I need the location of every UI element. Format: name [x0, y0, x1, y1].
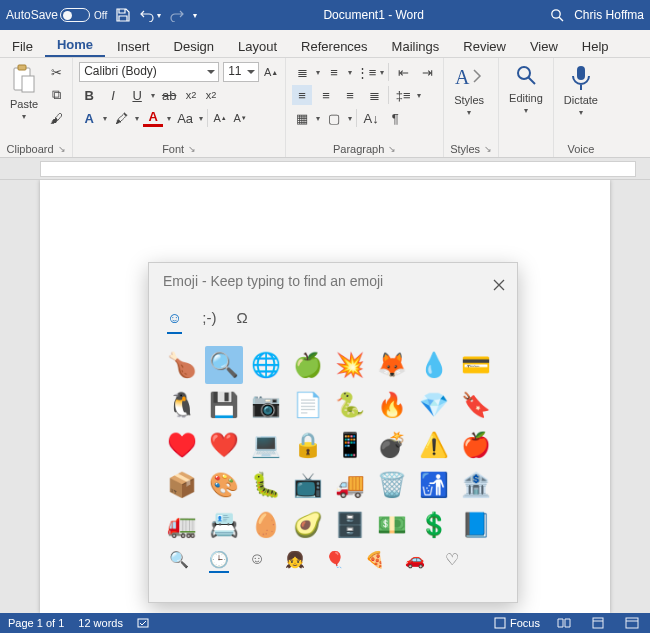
emoji-tab-emoji[interactable]: ☺	[167, 309, 182, 334]
emoji-red-heart[interactable]: ❤️	[205, 426, 243, 464]
emoji-egg[interactable]: 🥚	[247, 506, 285, 544]
status-words[interactable]: 12 words	[78, 617, 123, 629]
emoji-category-search[interactable]: 🔍	[169, 548, 189, 573]
emoji-category-people[interactable]: 👧	[285, 548, 305, 573]
emoji-delivery-truck[interactable]: 🚚	[331, 466, 369, 504]
focus-mode-button[interactable]: Focus	[494, 617, 540, 629]
emoji-floppy-disk[interactable]: 💾	[205, 386, 243, 424]
borders-icon[interactable]: ▢	[324, 108, 344, 128]
font-size-combo[interactable]: 11	[223, 62, 259, 82]
emoji-green-apple[interactable]: 🍏	[289, 346, 327, 384]
emoji-fire[interactable]: 🔥	[373, 386, 411, 424]
copy-icon[interactable]: ⧉	[46, 85, 66, 105]
format-painter-icon[interactable]: 🖌	[46, 108, 66, 128]
status-page[interactable]: Page 1 of 1	[8, 617, 64, 629]
bold-icon[interactable]: B	[79, 85, 99, 105]
emoji-file-cabinet[interactable]: 🗄️	[331, 506, 369, 544]
paragraph-marks-icon[interactable]: ¶	[385, 108, 405, 128]
dialog-launcher-icon[interactable]: ↘	[188, 144, 196, 154]
tab-mailings[interactable]: Mailings	[380, 35, 452, 57]
emoji-tab-kaomoji[interactable]: ;-)	[202, 309, 216, 334]
editing-button[interactable]: Editing ▾	[505, 62, 547, 117]
justify-icon[interactable]: ≣	[364, 85, 384, 105]
tab-review[interactable]: Review	[451, 35, 518, 57]
highlight-icon[interactable]: 🖍	[111, 108, 131, 128]
emoji-credit-card[interactable]: 💳	[457, 346, 495, 384]
dialog-launcher-icon[interactable]: ↘	[484, 144, 492, 154]
align-left-icon[interactable]: ≡	[292, 85, 312, 105]
emoji-card-file[interactable]: 📇	[205, 506, 243, 544]
text-effects-icon[interactable]: A	[79, 108, 99, 128]
tab-help[interactable]: Help	[570, 35, 621, 57]
cut-icon[interactable]: ✂	[46, 62, 66, 82]
print-layout-icon[interactable]	[588, 615, 608, 631]
emoji-poultry-leg[interactable]: 🍗	[163, 346, 201, 384]
save-icon[interactable]	[115, 7, 131, 23]
emoji-red-apple[interactable]: 🍎	[457, 426, 495, 464]
emoji-bug[interactable]: 🐛	[247, 466, 285, 504]
emoji-fox[interactable]: 🦊	[373, 346, 411, 384]
bullets-icon[interactable]: ≣	[292, 62, 312, 82]
tab-layout[interactable]: Layout	[226, 35, 289, 57]
styles-button[interactable]: A Styles ▾	[450, 62, 488, 119]
emoji-artist-palette[interactable]: 🎨	[205, 466, 243, 504]
dialog-launcher-icon[interactable]: ↘	[388, 144, 396, 154]
emoji-mobile-phone[interactable]: 📱	[331, 426, 369, 464]
horizontal-ruler[interactable]	[40, 161, 636, 177]
emoji-laptop[interactable]: 💻	[247, 426, 285, 464]
emoji-penguin[interactable]: 🐧	[163, 386, 201, 424]
tab-design[interactable]: Design	[162, 35, 226, 57]
emoji-litter-bin[interactable]: 🚮	[415, 466, 453, 504]
emoji-bomb[interactable]: 💣	[373, 426, 411, 464]
tab-insert[interactable]: Insert	[105, 35, 162, 57]
tab-file[interactable]: File	[0, 35, 45, 57]
italic-icon[interactable]: I	[103, 85, 123, 105]
dialog-launcher-icon[interactable]: ↘	[58, 144, 66, 154]
dictate-button[interactable]: Dictate ▾	[560, 62, 602, 119]
close-button[interactable]	[487, 273, 511, 297]
emoji-avocado[interactable]: 🥑	[289, 506, 327, 544]
line-spacing-icon[interactable]: ‡≡	[393, 85, 413, 105]
emoji-collision[interactable]: 💥	[331, 346, 369, 384]
emoji-camera[interactable]: 📷	[247, 386, 285, 424]
increase-indent-icon[interactable]: ⇥	[417, 62, 437, 82]
undo-button[interactable]: ▾	[139, 8, 161, 22]
paste-button[interactable]: Paste ▾	[6, 62, 42, 123]
qat-customize[interactable]: ▾	[193, 11, 197, 20]
emoji-blue-book[interactable]: 📘	[457, 506, 495, 544]
emoji-television[interactable]: 📺	[289, 466, 327, 504]
sort-icon[interactable]: A↓	[361, 108, 381, 128]
tab-home[interactable]: Home	[45, 33, 105, 57]
read-mode-icon[interactable]	[554, 615, 574, 631]
search-icon[interactable]	[550, 8, 564, 22]
tab-view[interactable]: View	[518, 35, 570, 57]
grow-font-icon[interactable]: A▲	[212, 110, 228, 126]
redo-button[interactable]	[169, 8, 185, 22]
font-color-icon[interactable]: A	[143, 110, 163, 127]
user-name[interactable]: Chris Hoffma	[574, 8, 644, 22]
emoji-category-smileys[interactable]: ☺	[249, 548, 265, 573]
emoji-package[interactable]: 📦	[163, 466, 201, 504]
emoji-articulated-lorry[interactable]: 🚛	[163, 506, 201, 544]
emoji-bank[interactable]: 🏦	[457, 466, 495, 504]
emoji-globe[interactable]: 🌐	[247, 346, 285, 384]
emoji-wastebasket[interactable]: 🗑️	[373, 466, 411, 504]
change-case-icon[interactable]: Aa	[175, 108, 195, 128]
emoji-page[interactable]: 📄	[289, 386, 327, 424]
align-center-icon[interactable]: ≡	[316, 85, 336, 105]
numbering-icon[interactable]: ≡	[324, 62, 344, 82]
emoji-category-transport[interactable]: 🚗	[405, 548, 425, 573]
emoji-gem[interactable]: 💎	[415, 386, 453, 424]
emoji-tab-symbols[interactable]: Ω	[237, 309, 248, 334]
font-name-combo[interactable]: Calibri (Body)	[79, 62, 219, 82]
strikethrough-icon[interactable]: ab	[159, 85, 179, 105]
decrease-indent-icon[interactable]: ⇤	[393, 62, 413, 82]
emoji-snake[interactable]: 🐍	[331, 386, 369, 424]
shrink-font-icon[interactable]: A▼	[232, 110, 248, 126]
underline-icon[interactable]: U	[127, 85, 147, 105]
align-right-icon[interactable]: ≡	[340, 85, 360, 105]
emoji-category-celebration[interactable]: 🎈	[325, 548, 345, 573]
emoji-category-recent[interactable]: 🕒	[209, 548, 229, 573]
subscript-icon[interactable]: x2	[183, 87, 199, 103]
autosave-toggle[interactable]: AutoSave Off	[6, 8, 107, 22]
